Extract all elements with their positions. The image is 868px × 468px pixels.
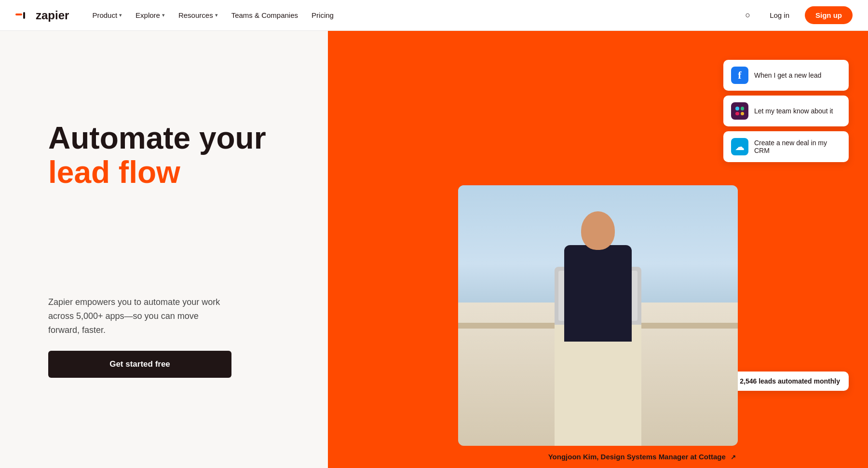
person-body xyxy=(564,245,632,342)
search-button[interactable]: ○ xyxy=(741,6,754,24)
nav-explore[interactable]: Explore ▾ xyxy=(130,7,171,23)
navbar: zapier Product ▾ Explore ▾ Resources ▾ T… xyxy=(0,0,868,31)
nav-resources[interactable]: Resources ▾ xyxy=(173,7,224,23)
automation-card-text-1: When I get a new lead xyxy=(754,71,821,79)
automation-cards: f When I get a new lead Let my team know… xyxy=(723,60,849,162)
hero-subtext: Zapier empowers you to automate your wor… xyxy=(48,295,231,337)
automation-card-salesforce: ☁ Create a new deal in my CRM xyxy=(723,131,849,162)
salesforce-icon: ☁ xyxy=(731,138,748,155)
chevron-down-icon: ▾ xyxy=(119,12,122,18)
automation-card-facebook: f When I get a new lead xyxy=(723,60,849,91)
person-silhouette xyxy=(458,185,738,446)
nav-links: Product ▾ Explore ▾ Resources ▾ Teams & … xyxy=(86,7,741,23)
photo-caption: Yongjoon Kim, Design Systems Manager at … xyxy=(458,446,738,468)
zapier-logo-icon xyxy=(15,11,33,20)
automation-card-slack: Let my team know about it xyxy=(723,96,849,126)
facebook-icon: f xyxy=(731,67,748,84)
search-icon: ○ xyxy=(745,10,750,20)
hero-photo xyxy=(458,185,738,446)
left-panel: Automate your lead flow Zapier empowers … xyxy=(0,31,328,468)
external-link-icon: ↗ xyxy=(731,454,736,461)
logo-link[interactable]: zapier xyxy=(15,9,69,22)
nav-teams-companies[interactable]: Teams & Companies xyxy=(226,7,304,23)
chevron-down-icon: ▾ xyxy=(215,12,218,18)
leads-badge: 2,546 leads automated monthly xyxy=(731,372,849,391)
hero-content: Automate your lead flow Zapier empowers … xyxy=(48,121,266,377)
page-wrapper: Automate your lead flow Zapier empowers … xyxy=(0,0,868,468)
nav-product[interactable]: Product ▾ xyxy=(86,7,128,23)
person-head xyxy=(581,211,615,250)
chevron-down-icon: ▾ xyxy=(162,12,165,18)
slack-icon xyxy=(731,102,748,120)
hero-headline-accent: lead flow xyxy=(48,155,266,189)
right-panel: f When I get a new lead Let my team know… xyxy=(328,31,868,468)
zapier-logo-text: zapier xyxy=(36,9,69,22)
signup-button[interactable]: Sign up xyxy=(805,6,853,24)
get-started-button[interactable]: Get started free xyxy=(48,351,231,378)
nav-pricing[interactable]: Pricing xyxy=(306,7,339,23)
automation-card-text-3: Create a new deal in my CRM xyxy=(754,139,841,154)
automation-card-text-2: Let my team know about it xyxy=(754,107,833,115)
hero-headline: Automate your lead flow xyxy=(48,121,266,189)
photo-inner xyxy=(458,185,738,446)
photo-caption-link[interactable]: Yongjoon Kim, Design Systems Manager at … xyxy=(548,453,736,461)
login-button[interactable]: Log in xyxy=(762,7,797,23)
nav-right-actions: ○ Log in Sign up xyxy=(741,6,853,24)
